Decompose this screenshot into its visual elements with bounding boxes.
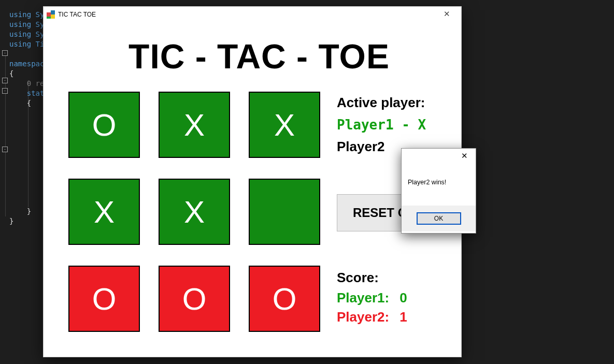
fold-icon: - [2,78,8,83]
window-client: TIC - TAC - TOE O X X X X O O O Active p… [44,22,461,332]
ide-line: using Sy [9,30,44,38]
msgbox-titlebar[interactable]: ✕ [402,149,476,164]
cell-0-2[interactable]: X [249,92,320,158]
fold-icon: - [2,88,8,94]
ide-line: } [27,207,31,215]
close-icon[interactable]: ✕ [436,7,457,22]
cell-2-1[interactable]: O [159,266,230,332]
window-title: TIC TAC TOE [58,11,436,18]
ide-line: stat [27,89,45,97]
window-titlebar[interactable]: TIC TAC TOE ✕ [44,7,461,22]
ide-line: using Ti [9,40,44,48]
cell-0-1[interactable]: X [159,92,230,158]
active-player-1: Player1 - X [337,117,453,133]
ide-line: using Sy [9,20,44,28]
active-player-label: Active player: [337,95,453,111]
score-block: Score: Player1:0 Player2:1 [337,270,453,325]
ide-line: namespac [9,60,44,68]
game-board: O X X X X O O O [68,92,320,332]
cell-1-1[interactable]: X [159,179,230,245]
msgbox-footer: OK [402,206,476,231]
game-title: TIC - TAC - TOE [91,37,427,76]
msgbox-text: Player2 wins! [402,164,476,206]
game-window: TIC TAC TOE ✕ TIC - TAC - TOE O X X X X … [43,6,462,357]
score-player1: Player1:0 [337,290,453,306]
cell-1-0[interactable]: X [68,179,140,245]
fold-icon: - [2,50,8,56]
ide-line: { [9,69,13,78]
app-icon [47,10,55,19]
close-icon[interactable]: ✕ [453,149,476,164]
ide-line: } [9,217,13,225]
score-label: Score: [337,270,453,286]
ide-line: { [27,99,31,107]
cell-2-0[interactable]: O [68,266,140,332]
score-player2: Player2:1 [337,309,453,325]
cell-0-0[interactable]: O [68,92,140,158]
message-box: ✕ Player2 wins! OK [401,148,476,234]
cell-2-2[interactable]: O [249,266,320,332]
ok-button[interactable]: OK [417,212,461,225]
fold-icon: - [2,147,8,152]
cell-1-2[interactable] [249,179,320,245]
